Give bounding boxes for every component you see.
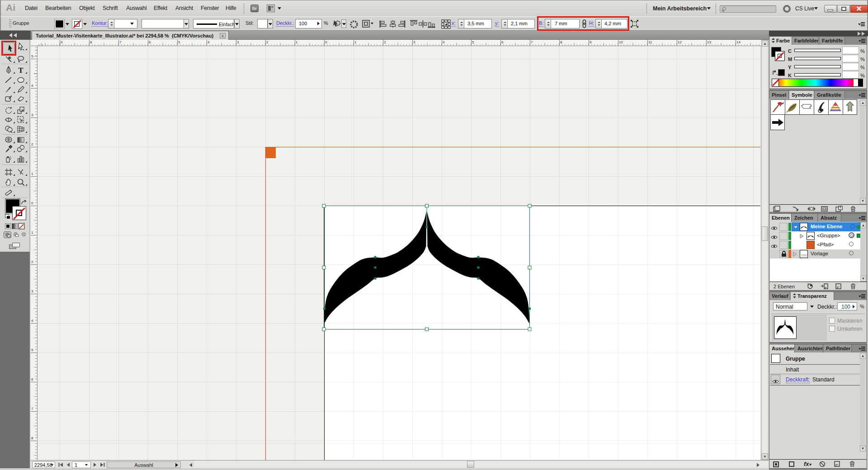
svg-text:T: T — [18, 66, 24, 74]
